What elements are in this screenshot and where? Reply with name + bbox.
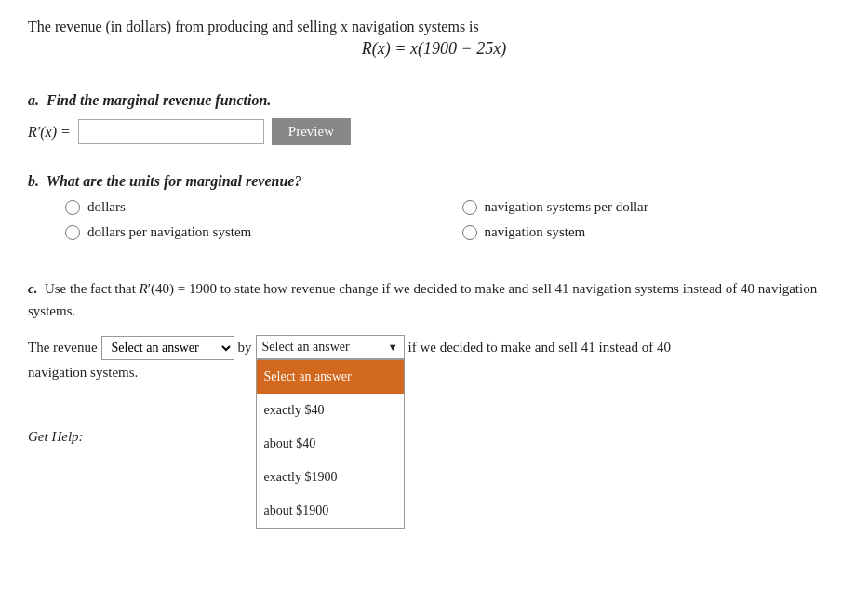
radio-option-dollars[interactable]: dollars bbox=[65, 199, 444, 215]
dropdown2-selected-text: Select an answer bbox=[262, 334, 350, 360]
by-text: by bbox=[238, 333, 252, 361]
dropdown2-list[interactable]: Select an answer exactly $40 about $40 e… bbox=[256, 359, 405, 529]
part-a-letter: a. bbox=[28, 92, 39, 108]
dropdown2-item-0[interactable]: Select an answer bbox=[257, 360, 404, 394]
part-b-label: b. What are the units for marginal reven… bbox=[28, 173, 840, 190]
part-c: c. Use the fact that R′(40) = 1900 to st… bbox=[28, 277, 840, 381]
get-help-label: Get Help: bbox=[28, 429, 840, 445]
part-b-letter: b. bbox=[28, 173, 39, 189]
r-prime-input[interactable] bbox=[78, 119, 264, 144]
radio-dollars[interactable] bbox=[65, 200, 80, 215]
radio-nav-per-dollar[interactable] bbox=[462, 200, 477, 215]
nav-systems-text: navigation systems. bbox=[28, 365, 840, 381]
radio-option-nav-per-dollar[interactable]: navigation systems per dollar bbox=[462, 199, 841, 215]
dropdown2-display[interactable]: Select an answer ▼ bbox=[256, 335, 405, 359]
part-c-label: c. Use the fact that R′(40) = 1900 to st… bbox=[28, 277, 840, 322]
r-prime-label: R′(x) = bbox=[28, 124, 71, 141]
revenue-sentence-row: The revenue Select an answer increase de… bbox=[28, 333, 840, 361]
header-line1: The revenue (in dollars) from producing … bbox=[28, 19, 840, 35]
radio-nav-system[interactable] bbox=[462, 225, 477, 240]
dropdown1-wrapper[interactable]: Select an answer increase decrease bbox=[101, 333, 234, 361]
revenue-prefix: The revenue bbox=[28, 333, 98, 361]
select-answer-1[interactable]: Select an answer increase decrease bbox=[101, 336, 234, 360]
radio-option-dollars-per-nav[interactable]: dollars per navigation system bbox=[65, 224, 444, 240]
radio-options-grid: dollars navigation systems per dollar do… bbox=[65, 199, 840, 240]
dropdown2-item-1[interactable]: exactly $40 bbox=[257, 394, 404, 427]
dropdown2-open-wrapper[interactable]: Select an answer ▼ Select an answer exac… bbox=[256, 335, 405, 359]
preview-button[interactable]: Preview bbox=[272, 118, 351, 145]
part-b: b. What are the units for marginal reven… bbox=[28, 173, 840, 240]
dropdown2-item-2[interactable]: about $40 bbox=[257, 427, 404, 461]
dropdown2-item-3[interactable]: exactly $1900 bbox=[257, 461, 404, 494]
sentence-suffix: if we decided to make and sell 41 instea… bbox=[408, 333, 671, 361]
dropdown2-item-4[interactable]: about $1900 bbox=[257, 494, 404, 528]
part-a: a. Find the marginal revenue function. R… bbox=[28, 92, 840, 145]
radio-option-nav-system[interactable]: navigation system bbox=[462, 224, 841, 240]
part-a-input-row: R′(x) = Preview bbox=[28, 118, 840, 145]
problem-header: The revenue (in dollars) from producing … bbox=[28, 19, 840, 59]
part-a-description: Find the marginal revenue function. bbox=[47, 92, 271, 108]
dropdown2-arrow-icon: ▼ bbox=[388, 337, 398, 357]
part-a-label: a. Find the marginal revenue function. bbox=[28, 92, 840, 109]
part-b-description: What are the units for marginal revenue? bbox=[47, 173, 302, 189]
radio-dollars-per-nav[interactable] bbox=[65, 225, 80, 240]
header-line2: R(x) = x(1900 − 25x) bbox=[28, 39, 840, 59]
